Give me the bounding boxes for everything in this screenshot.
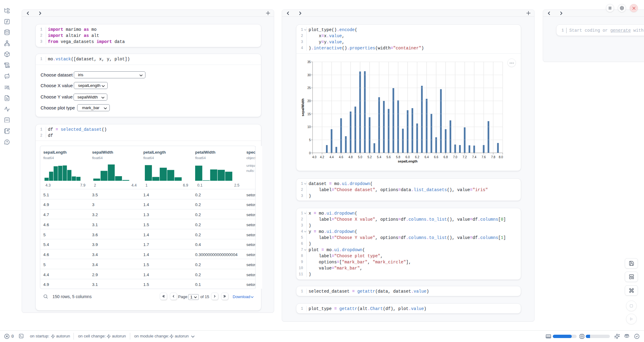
svg-text:5.2: 5.2 (367, 155, 372, 159)
svg-text:sepalLength: sepalLength (398, 159, 417, 163)
svg-text:4.8: 4.8 (349, 155, 353, 159)
svg-text:6.4: 6.4 (424, 155, 429, 159)
svg-text:0: 0 (309, 151, 311, 155)
svg-text:7.2: 7.2 (463, 155, 467, 159)
svg-text:7.4: 7.4 (472, 155, 476, 159)
svg-text:30: 30 (307, 73, 311, 77)
svg-text:15: 15 (307, 112, 311, 116)
svg-text:6.8: 6.8 (444, 155, 448, 159)
svg-text:4.4: 4.4 (329, 155, 334, 159)
svg-text:sepalWidth: sepalWidth (301, 98, 305, 116)
svg-text:6.2: 6.2 (415, 155, 419, 159)
svg-text:6.0: 6.0 (406, 155, 410, 159)
svg-text:7.8: 7.8 (491, 155, 495, 159)
svg-text:7.6: 7.6 (481, 155, 486, 159)
svg-text:20: 20 (307, 99, 311, 103)
svg-text:8.0: 8.0 (499, 155, 503, 159)
svg-text:4.0: 4.0 (312, 155, 317, 159)
svg-text:6.6: 6.6 (434, 155, 438, 159)
svg-text:25: 25 (307, 86, 311, 90)
svg-text:10: 10 (307, 125, 311, 129)
svg-text:4.2: 4.2 (320, 155, 324, 159)
svg-text:5.4: 5.4 (377, 155, 381, 159)
svg-text:5.0: 5.0 (358, 155, 362, 159)
svg-text:5: 5 (309, 138, 311, 142)
svg-text:5.8: 5.8 (396, 155, 400, 159)
svg-text:35: 35 (307, 60, 311, 64)
svg-text:5.6: 5.6 (386, 155, 391, 159)
svg-text:7.0: 7.0 (453, 155, 457, 159)
svg-text:4.6: 4.6 (339, 155, 343, 159)
